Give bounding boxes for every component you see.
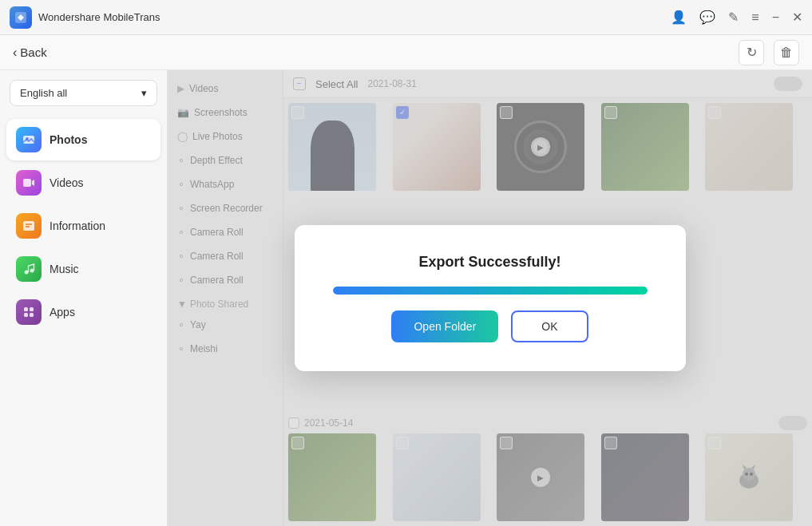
back-bar: ‹ Back ↻ 🗑 (0, 35, 812, 70)
content-area: ▶ Videos 📷 Screenshots ◯ Live Photos ⚬ D… (168, 70, 812, 526)
svg-rect-11 (24, 313, 28, 317)
ok-button[interactable]: OK (511, 310, 588, 342)
minimize-icon[interactable]: − (772, 10, 779, 25)
app-title: Wondershare MobileTrans (38, 11, 160, 23)
action-icons: ↻ 🗑 (739, 40, 799, 65)
progress-bar-container (333, 287, 648, 295)
sidebar-item-videos[interactable]: Videos (6, 162, 160, 204)
dropdown-label: English all (20, 87, 67, 99)
open-folder-button[interactable]: Open Folder (391, 310, 498, 342)
window-controls: 👤 💬 ✎ ≡ − ✕ (671, 10, 802, 25)
information-icon (16, 213, 42, 239)
svg-rect-9 (24, 307, 28, 311)
close-icon[interactable]: ✕ (792, 10, 802, 25)
progress-bar (333, 287, 648, 295)
main-layout: English all ▾ Photos (0, 70, 812, 526)
videos-label: Videos (50, 176, 84, 189)
chat-icon[interactable]: 💬 (699, 10, 715, 25)
nav-items: Photos Videos (0, 116, 167, 336)
app-logo (10, 6, 32, 29)
svg-rect-12 (30, 313, 34, 317)
sidebar-item-information[interactable]: Information (6, 205, 160, 247)
modal-title: Export Successfully! (418, 254, 560, 271)
edit-icon[interactable]: ✎ (728, 10, 739, 25)
videos-icon (16, 170, 42, 196)
export-success-modal: Export Successfully! Open Folder OK (295, 225, 686, 371)
refresh-button[interactable]: ↻ (739, 40, 764, 65)
back-arrow-icon: ‹ (13, 45, 17, 60)
language-dropdown[interactable]: English all ▾ (10, 80, 157, 106)
title-bar: Wondershare MobileTrans 👤 💬 ✎ ≡ − ✕ (0, 0, 812, 35)
back-label: Back (20, 45, 46, 59)
sidebar-item-photos[interactable]: Photos (6, 119, 160, 160)
chevron-down-icon: ▾ (141, 87, 147, 99)
apps-label: Apps (50, 306, 75, 318)
information-label: Information (50, 219, 105, 232)
sidebar: English all ▾ Photos (0, 70, 168, 526)
svg-rect-3 (23, 179, 31, 187)
apps-icon (16, 299, 42, 325)
photos-icon (16, 127, 42, 152)
modal-overlay: Export Successfully! Open Folder OK (168, 70, 812, 526)
profile-icon[interactable]: 👤 (671, 10, 687, 25)
svg-rect-10 (30, 307, 34, 311)
music-icon (16, 256, 42, 282)
photos-label: Photos (50, 133, 87, 146)
menu-icon[interactable]: ≡ (751, 10, 759, 25)
sidebar-item-music[interactable]: Music (6, 248, 160, 290)
back-button[interactable]: ‹ Back (13, 45, 47, 60)
svg-rect-4 (23, 221, 34, 231)
modal-buttons: Open Folder OK (391, 310, 588, 342)
sidebar-item-apps[interactable]: Apps (6, 291, 160, 333)
music-label: Music (50, 263, 79, 275)
delete-button[interactable]: 🗑 (774, 40, 799, 65)
